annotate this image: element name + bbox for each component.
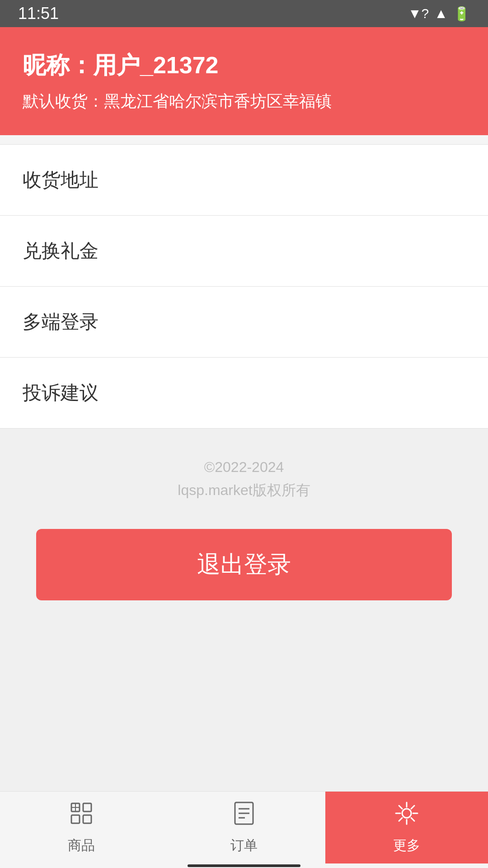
svg-rect-3: [83, 815, 91, 823]
svg-line-18: [399, 818, 402, 821]
products-label: 商品: [68, 836, 95, 855]
copyright-text: ©2022-2024 lqsp.market版权所有: [18, 456, 470, 502]
menu-list: 收货地址 兑换礼金 多端登录 投诉建议: [0, 135, 488, 429]
svg-rect-1: [83, 803, 91, 811]
products-icon: [69, 801, 94, 832]
status-icons: ▼? ▲ 🔋: [408, 6, 470, 22]
home-indicator: [0, 863, 488, 868]
orders-icon: [231, 801, 257, 832]
profile-header: 昵称：用户_21372 默认收货：黑龙江省哈尔滨市香坊区幸福镇: [0, 27, 488, 135]
menu-item-shipping-address[interactable]: 收货地址: [0, 144, 488, 216]
status-time: 11:51: [18, 4, 59, 23]
menu-item-complaint[interactable]: 投诉建议: [0, 358, 488, 429]
svg-line-15: [399, 806, 402, 809]
bottom-navigation: 商品 订单 更多: [0, 791, 488, 863]
orders-label: 订单: [230, 836, 258, 855]
more-label: 更多: [393, 836, 420, 855]
copyright-section: ©2022-2024 lqsp.market版权所有: [0, 429, 488, 520]
svg-line-17: [411, 806, 414, 809]
nav-item-orders[interactable]: 订单: [163, 792, 325, 863]
svg-line-16: [411, 818, 414, 821]
logout-btn-container: 退出登录: [0, 520, 488, 618]
nav-item-products[interactable]: 商品: [0, 792, 163, 863]
signal-icon: ▲: [434, 6, 448, 21]
profile-address: 默认收货：黑龙江省哈尔滨市香坊区幸福镇: [23, 90, 465, 113]
battery-icon: 🔋: [453, 6, 470, 22]
nav-item-more[interactable]: 更多: [325, 792, 488, 863]
content-spacer: [0, 618, 488, 791]
svg-point-10: [402, 809, 411, 818]
menu-item-exchange-gift[interactable]: 兑换礼金: [0, 216, 488, 287]
logout-button[interactable]: 退出登录: [36, 529, 452, 600]
menu-item-multi-login[interactable]: 多端登录: [0, 287, 488, 358]
svg-rect-2: [71, 815, 80, 823]
more-icon: [394, 801, 419, 832]
wifi-icon: ▼?: [408, 6, 429, 21]
status-bar: 11:51 ▼? ▲ 🔋: [0, 0, 488, 27]
profile-nickname: 昵称：用户_21372: [23, 50, 465, 81]
home-indicator-bar: [188, 864, 300, 867]
